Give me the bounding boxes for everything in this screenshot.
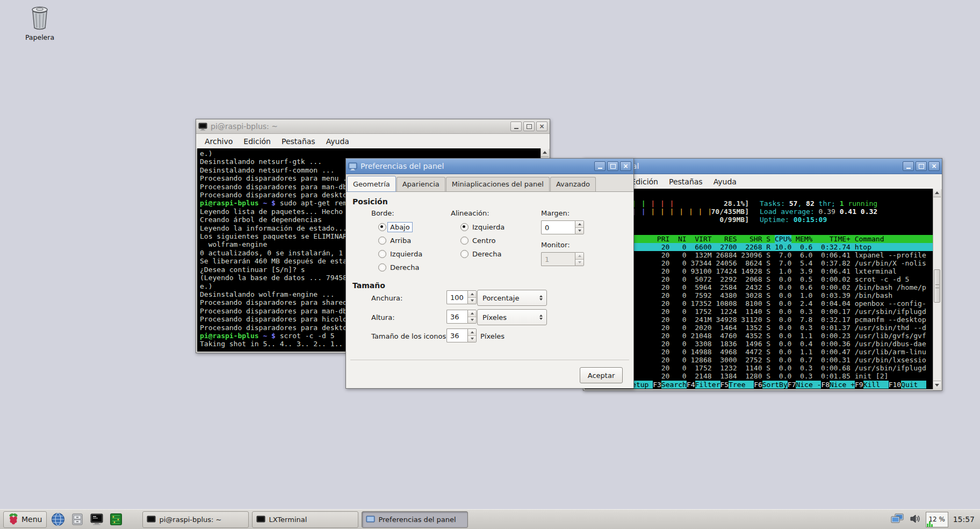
radio-izquierda-align[interactable]: Izquierda [460,220,505,234]
htop-scrollbar[interactable] [933,189,941,389]
fkey-label-F4[interactable]: Filter [695,381,720,389]
minimize-button[interactable] [903,161,914,171]
tab-Geometría[interactable]: Geometría [347,176,396,192]
tab-Miniaplicaciones del panel[interactable]: Miniaplicaciones del panel [446,177,550,191]
menu-item-Ayuda[interactable]: Ayuda [708,175,742,188]
close-button[interactable]: × [928,161,940,171]
task-button-label: pi@raspi-bplus: ~ [159,516,221,524]
fkey-F4[interactable]: F4 [687,381,695,389]
mathematica-launcher[interactable] [108,512,124,527]
task-button-terminal[interactable]: pi@raspi-bplus: ~ [142,511,249,528]
htop-function-keys[interactable]: F1Help F2Setup F3SearchF4FilterF5Tree F6… [585,381,933,389]
spin-down-icon[interactable] [468,335,476,342]
process-row: 20 0 93100 17424 14928 S 1.0 3.9 0:06.41… [585,267,933,275]
fkey-label-F10[interactable]: Quit [901,381,926,389]
maximize-button[interactable] [607,161,618,171]
tab-Avanzado[interactable]: Avanzado [550,177,596,191]
margen-spinner[interactable]: 0 [541,220,584,234]
spin-down-icon [575,259,583,266]
process-row: 20 0 3308 1836 1496 S 0.0 0.4 0:00.36 /u… [585,340,933,348]
minimize-button[interactable] [594,161,606,171]
menu-item-Ayuda[interactable]: Ayuda [321,135,355,148]
panel-preferences-icon [348,162,357,170]
fkey-F3[interactable]: F3 [653,381,661,389]
fkey-F6[interactable]: F6 [754,381,762,389]
task-button-label: Preferencias del panel [378,516,456,524]
htop-output[interactable]: | | | | |28.1%]| | | | | | | | | | | | |… [585,189,933,389]
radio-centro[interactable]: Centro [460,234,505,247]
menu-button[interactable]: Menu [3,511,47,528]
process-row: 20 0 7592 4380 3028 S 0.0 1.0 0:03.39 /b… [585,291,933,299]
iconos-value[interactable]: 36 [446,328,467,342]
htop-summary: Tasks: 57, 82 thr; 1 runningLoad average… [760,199,877,224]
scroll-up-icon[interactable] [541,148,549,157]
altura-unit-dropdown[interactable]: Píxeles [477,309,547,325]
menu-item-Pestañas[interactable]: Pestañas [664,175,708,188]
radio-arriba[interactable]: Arriba [378,234,422,247]
task-button-lxterminal[interactable]: LXTerminal [252,511,358,528]
htop-scrollbar-thumb[interactable] [934,269,940,303]
trash-desktop-icon[interactable]: Papelera [13,5,67,41]
anchura-spinner[interactable]: 100 [446,290,477,304]
spin-down-icon[interactable] [468,297,476,304]
monitor-spinner: 1 [541,252,584,266]
scroll-down-icon[interactable] [933,381,941,389]
fkey-F8[interactable]: F8 [821,381,830,389]
menu-item-Archivo[interactable]: Archivo [199,135,238,148]
tab-Apariencia[interactable]: Apariencia [397,177,445,191]
volume-icon[interactable] [909,513,921,526]
accept-button[interactable]: Aceptar [580,367,623,383]
spin-up-icon[interactable] [468,291,476,297]
terminal-icon [147,516,156,524]
fkey-label-F6[interactable]: SortBy [762,381,788,389]
altura-value[interactable]: 36 [446,310,467,324]
menu-item-Pestañas[interactable]: Pestañas [276,135,321,148]
fkey-label-F5[interactable]: Tree [729,381,754,389]
minimize-button[interactable] [510,121,522,131]
task-button-panel-preferences[interactable]: Preferencias del panel [362,511,468,528]
fkey-F7[interactable]: F7 [788,381,796,389]
spin-up-icon[interactable] [468,310,476,317]
fkey-F9[interactable]: F9 [855,381,863,389]
network-icon[interactable] [890,513,904,526]
fkey-F10[interactable]: F10 [889,381,901,389]
fkey-label-F9[interactable]: Kill [863,381,889,389]
radio-derecha-align[interactable]: Derecha [460,247,505,261]
trash-can-icon [28,5,51,32]
close-button[interactable]: × [620,161,631,171]
maximize-button[interactable] [523,121,535,131]
fkey-label-F8[interactable]: Nice + [830,381,855,389]
altura-spinner[interactable]: 36 [446,310,477,324]
dialog-body: Posición Borde: Abajo Arriba Izquierda [346,192,633,212]
fkey-label-F7[interactable]: Nice - [796,381,821,389]
web-browser-launcher[interactable] [50,512,66,527]
htop-table-header: PRI NI VIRT RES SHR S CPU% MEM% TIME+ Co… [585,235,933,243]
cpu-usage-monitor[interactable]: 12 % [926,512,948,527]
fkey-label-F3[interactable]: Search [661,381,687,389]
menu-item-Edición[interactable]: Edición [238,135,276,148]
terminal-launcher[interactable] [89,512,105,527]
radio-derecha-borde[interactable]: Derecha [378,261,422,274]
clock[interactable]: 15:57 [953,515,977,524]
scroll-up-icon[interactable] [933,189,941,197]
radio-izquierda-borde[interactable]: Izquierda [378,247,422,261]
spin-down-icon[interactable] [575,227,583,234]
terminal-titlebar[interactable]: pi@raspi-bplus: ~ × [196,119,550,134]
spin-up-icon[interactable] [468,329,476,335]
htop-titlebar[interactable]: LXTerminal × [583,159,942,174]
radio-abajo[interactable]: Abajo [378,220,422,234]
file-manager-launcher[interactable] [69,512,85,527]
anchura-unit-dropdown[interactable]: Porcentaje [477,290,547,306]
close-button[interactable]: × [536,121,547,131]
dialog-titlebar[interactable]: Preferencias del panel × [346,159,633,174]
iconos-spinner[interactable]: 36 [446,328,477,342]
maximize-button[interactable] [916,161,927,171]
spin-down-icon[interactable] [468,317,476,324]
margen-value[interactable]: 0 [541,220,575,234]
raspberry-icon [8,513,19,526]
monitor-label: Monitor: [541,241,584,249]
fkey-F5[interactable]: F5 [720,381,729,389]
process-row: 20 0 1752 1232 1140 S 0.0 0.3 0:00.68 /u… [585,364,933,372]
spin-up-icon[interactable] [575,221,583,227]
anchura-value[interactable]: 100 [446,290,467,304]
